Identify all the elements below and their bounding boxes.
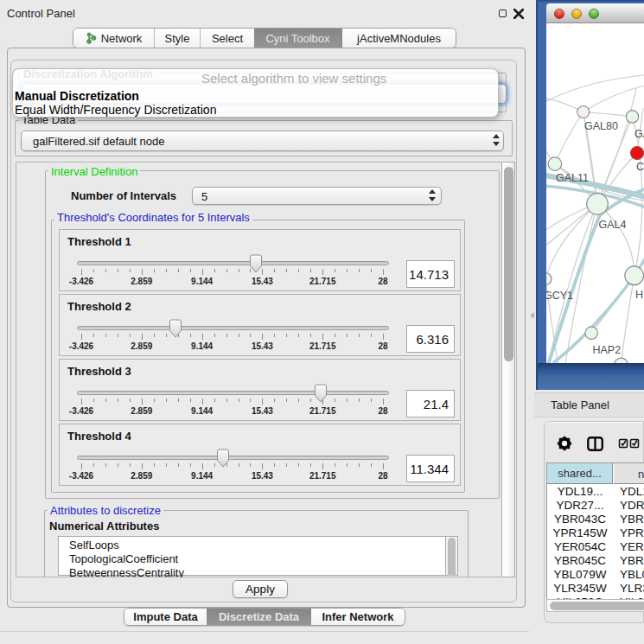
svg-text:C: C xyxy=(636,161,644,173)
svg-text:GAL80: GAL80 xyxy=(584,120,618,132)
svg-text:GAL11: GAL11 xyxy=(556,172,589,184)
svg-text:H: H xyxy=(635,289,643,301)
svg-text:GAL4: GAL4 xyxy=(599,219,627,231)
svg-text:GA: GA xyxy=(634,128,644,140)
svg-text:HAP2: HAP2 xyxy=(593,344,622,356)
svg-text:GCY1: GCY1 xyxy=(546,290,573,302)
